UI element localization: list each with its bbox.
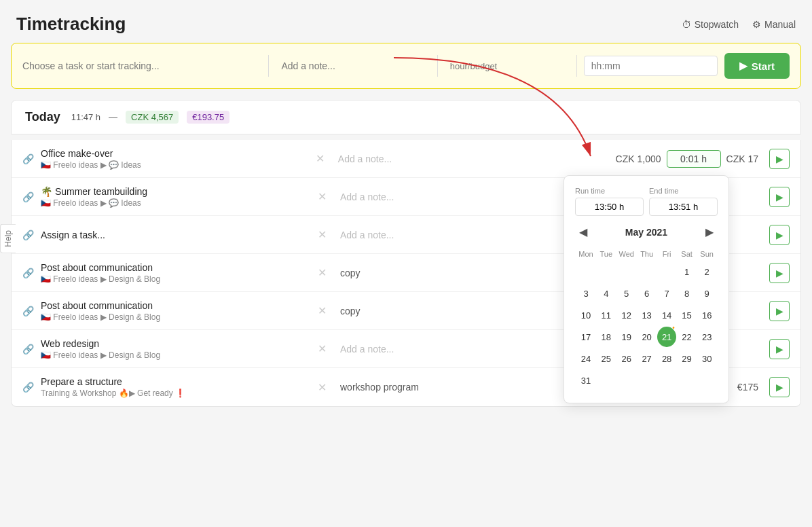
cal-day[interactable]: 19 (617, 327, 636, 347)
task-input[interactable] (22, 56, 261, 75)
calendar-popup: Run time End time ◀ May 2021 ▶ MonTueWed… (564, 175, 729, 403)
entry-task-path: 🇨🇿 Freelo ideas ▶ Design & Blog (41, 312, 310, 322)
cal-day[interactable]: 2 (697, 261, 716, 282)
link-icon[interactable]: 🔗 (22, 306, 34, 316)
stopwatch-action[interactable]: ⏱ Stopwatch (682, 19, 739, 30)
entry-task-name: Office make-over (41, 148, 308, 159)
entry-note[interactable]: Add a note... (333, 153, 610, 164)
entry-task-name: Post about communication (41, 300, 310, 311)
cal-day[interactable]: 16 (697, 305, 716, 325)
cal-day[interactable]: 3 (576, 283, 595, 304)
entry-task: 🌴 Summer teambuilding 🇨🇿 Freelo ideas ▶ … (41, 186, 310, 208)
cal-day[interactable]: 23 (697, 327, 716, 347)
entry-delete-button[interactable]: ✕ (318, 381, 327, 394)
cal-day[interactable]: 29 (678, 348, 696, 369)
note-input[interactable] (276, 56, 430, 75)
manual-action[interactable]: ⚙ Manual (752, 19, 796, 30)
cal-day[interactable]: 8 (678, 283, 696, 304)
separator-3 (576, 55, 577, 77)
run-time-input[interactable] (575, 198, 644, 216)
entry-play-button[interactable]: ▶ (769, 149, 790, 169)
budget-input[interactable] (445, 57, 570, 75)
entry-play-button[interactable]: ▶ (769, 187, 790, 207)
cal-day[interactable]: 1 (678, 261, 696, 282)
entry-delete-button[interactable]: ✕ (318, 342, 327, 355)
cal-day[interactable]: 18 (597, 327, 615, 347)
entry-task-name: Prepare a structure (41, 376, 310, 387)
today-amount-czk: CZK 4,567 (126, 111, 179, 124)
header-actions: ⏱ Stopwatch ⚙ Manual (682, 19, 796, 30)
cal-day[interactable]: 20 (638, 327, 657, 347)
entry-delete-button[interactable]: ✕ (318, 228, 327, 241)
cal-day[interactable]: 4 (597, 283, 615, 304)
cal-day[interactable]: 10 (576, 305, 595, 325)
run-time-label: Run time (575, 187, 644, 195)
link-icon[interactable]: 🔗 (22, 230, 34, 240)
start-label: Start (752, 60, 775, 72)
cal-day-header: Sat (678, 248, 696, 260)
cal-day[interactable]: 7 (657, 283, 676, 304)
cal-day[interactable]: 30 (697, 348, 716, 369)
cal-day[interactable]: 11 (597, 305, 615, 325)
cal-next-button[interactable]: ▶ (701, 224, 718, 240)
cal-day[interactable]: 5 (617, 283, 636, 304)
link-icon[interactable]: 🔗 (22, 344, 34, 355)
cal-day[interactable]: 9 (697, 283, 716, 304)
link-icon[interactable]: 🔗 (22, 382, 34, 393)
cal-day (697, 370, 716, 390)
cal-day[interactable]: 31 (576, 370, 595, 390)
entry-task: Web redesign 🇨🇿 Freelo ideas ▶ Design & … (41, 338, 310, 360)
cal-day[interactable]: 6 (638, 283, 657, 304)
link-icon[interactable]: 🔗 (22, 268, 34, 278)
link-icon[interactable]: 🔗 (22, 192, 34, 202)
time-input[interactable] (584, 56, 718, 76)
entry-delete-button[interactable]: ✕ (318, 266, 327, 279)
entry-task-name: Assign a task... (41, 230, 310, 240)
cal-day[interactable]: 14 (657, 305, 676, 325)
entry-play-button[interactable]: ▶ (769, 263, 790, 283)
cal-day (576, 261, 595, 282)
entry-amount: CZK 1,000 (610, 153, 667, 164)
cal-prev-button[interactable]: ◀ (575, 224, 591, 240)
cal-day-header: Mon (576, 248, 595, 260)
entry-play-button[interactable]: ▶ (769, 301, 790, 321)
page-title: Timetracking (16, 14, 126, 35)
cal-day[interactable]: 21 (657, 327, 676, 347)
entry-play-button[interactable]: ▶ (769, 339, 790, 359)
entry-task-path: 🇨🇿 Freelo ideas ▶ Design & Blog (41, 274, 310, 284)
entry-time[interactable]: 0:01 h (667, 150, 721, 168)
end-time-input[interactable] (649, 198, 718, 216)
cal-times: Run time End time (575, 187, 718, 216)
cal-day[interactable]: 12 (617, 305, 636, 325)
cal-day[interactable]: 24 (576, 348, 595, 369)
cal-day[interactable]: 17 (576, 327, 595, 347)
entry-task: Assign a task... (41, 230, 310, 240)
entry-delete-button[interactable]: ✕ (318, 304, 327, 317)
cal-day[interactable]: 25 (597, 348, 615, 369)
link-icon[interactable]: 🔗 (22, 153, 34, 164)
manual-icon: ⚙ (752, 19, 761, 30)
entry-play-button[interactable]: ▶ (769, 225, 790, 245)
entry-task: Office make-over 🇨🇿 Freelo ideas ▶ 💬 Ide… (41, 148, 308, 170)
cal-day[interactable]: 27 (638, 348, 657, 369)
end-time-label: End time (649, 187, 718, 195)
start-button[interactable]: ▶ Start (724, 53, 790, 79)
cal-day[interactable]: 15 (678, 305, 696, 325)
cal-day[interactable]: 22 (678, 327, 696, 347)
table-row: 🔗 Office make-over 🇨🇿 Freelo ideas ▶ 💬 I… (12, 140, 800, 178)
cal-day[interactable]: 28 (657, 348, 676, 369)
entry-task-name: Web redesign (41, 338, 310, 349)
today-section: Today 11:47 h — CZK 4,567 €193.75 (11, 100, 801, 134)
cal-day[interactable]: 13 (638, 305, 657, 325)
cal-day (617, 370, 636, 390)
cal-day[interactable]: 26 (617, 348, 636, 369)
today-amount-eur: €193.75 (187, 111, 229, 124)
stopwatch-label: Stopwatch (695, 19, 739, 30)
entry-play-button[interactable]: ▶ (769, 377, 790, 397)
entry-delete-button[interactable]: ✕ (316, 152, 325, 165)
entry-task: Post about communication 🇨🇿 Freelo ideas… (41, 262, 310, 284)
entry-task-path: 🇨🇿 Freelo ideas ▶ 💬 Ideas (41, 198, 310, 208)
entry-delete-button[interactable]: ✕ (318, 190, 327, 203)
entry-task-name: Post about communication (41, 262, 310, 273)
entry-task: Prepare a structure Training & Workshop … (41, 376, 310, 398)
